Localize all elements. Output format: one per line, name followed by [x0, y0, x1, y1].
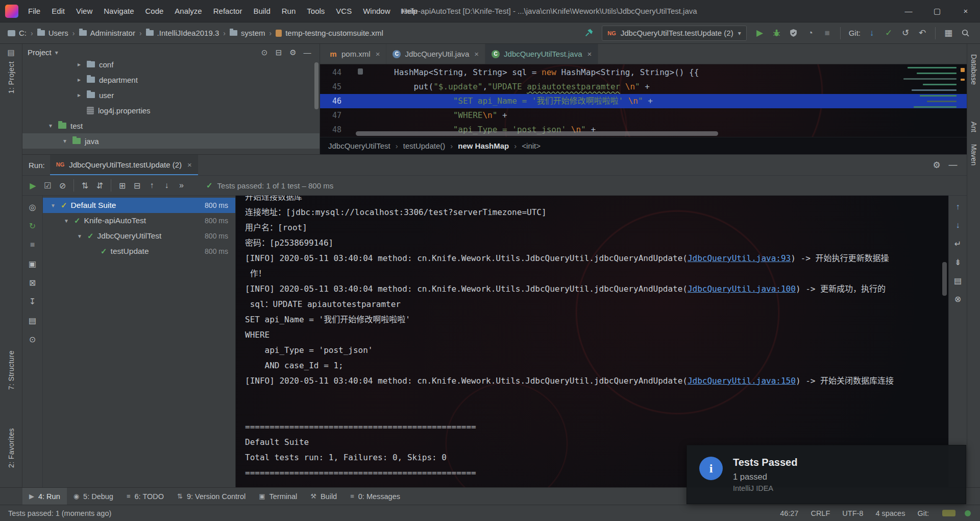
run-settings-icon[interactable]: ⚙	[929, 157, 944, 173]
breadcrumb-item[interactable]: Administrator	[78, 28, 137, 38]
test-tree-node[interactable]: ▼✓JdbcQueryUtilTest800 ms	[43, 228, 235, 244]
menu-tools[interactable]: Tools	[301, 0, 330, 22]
scroll-to-end-icon[interactable]: ⇟	[951, 256, 965, 268]
chevron-collapsed-icon[interactable]: ▸	[76, 76, 83, 83]
editor-horizontal-scrollbar[interactable]	[356, 131, 718, 136]
maximize-button[interactable]: ▢	[923, 0, 951, 22]
notification-body[interactable]: 1 passed	[733, 472, 797, 482]
stripe-favorites[interactable]: 2: Favorites	[7, 428, 15, 468]
menu-vcs[interactable]: VCS	[330, 0, 357, 22]
menu-edit[interactable]: Edit	[46, 0, 70, 22]
project-item[interactable]: ▸department	[22, 72, 320, 87]
close-icon[interactable]: ×	[187, 160, 192, 169]
run-config-select[interactable]: NGJdbcQueryUtilTest.testUpdate (2)▾	[602, 26, 746, 41]
git-branch-indicator[interactable]	[942, 510, 955, 516]
pin-tab-icon[interactable]: ⊙	[26, 333, 39, 345]
console-link[interactable]: JdbcQueryUtil.java:150	[688, 376, 796, 386]
close-icon[interactable]: ×	[376, 50, 380, 58]
soft-wrap-icon[interactable]: ↵	[951, 238, 965, 250]
project-scrollbar[interactable]	[314, 62, 318, 109]
chevron-expanded-icon[interactable]: ▼	[49, 203, 57, 208]
editor-tab[interactable]: CJdbcQueryUtilTest.java×	[485, 44, 598, 64]
run-tab[interactable]: NGJdbcQueryUtilTest.testUpdate (2)×	[50, 155, 198, 175]
project-header-label[interactable]: Project	[28, 48, 52, 57]
editor-code[interactable]: 44 HashMap<String, String> sql = new Has…	[320, 64, 967, 137]
breadcrumb-item[interactable]: testUpdate()	[403, 141, 446, 150]
status-utf-8[interactable]: UTF-8	[842, 509, 863, 517]
toggle-auto-test-icon[interactable]: ⊘	[55, 178, 70, 193]
up-stack-trace-icon[interactable]: ↑	[951, 201, 965, 213]
status-4-spaces[interactable]: 4 spaces	[875, 509, 905, 517]
test-tree-node[interactable]: ✓testUpdate800 ms	[43, 244, 235, 259]
collapse-all-icon[interactable]: ⊟	[272, 46, 286, 59]
chevron-collapsed-icon[interactable]: ▸	[76, 91, 83, 99]
console-scrollbar[interactable]	[942, 262, 947, 296]
project-toolwindow-icon[interactable]: ▤	[7, 48, 14, 57]
editor-error-stripe[interactable]	[960, 64, 966, 137]
status-message[interactable]: Tests passed: 1 (moments ago)	[8, 509, 111, 517]
stop-process-icon[interactable]: ■	[26, 239, 39, 251]
stripe-structure[interactable]: 7: Structure	[7, 350, 15, 390]
editor-tab[interactable]: CJdbcQueryUtil.java×	[386, 44, 485, 64]
minimize-button[interactable]: —	[894, 0, 923, 22]
expand-all-icon[interactable]: ⊞	[115, 178, 130, 193]
chevron-expanded-icon[interactable]: ▼	[62, 218, 70, 224]
rerun-failed-icon[interactable]: ☑	[40, 178, 55, 193]
editor-tab[interactable]: mpom.xml×	[323, 44, 386, 64]
run-button[interactable]: ▶	[752, 26, 768, 41]
breadcrumb-item[interactable]: .IntelliJIdea2019.3	[144, 28, 221, 38]
git-update-button[interactable]: ↓	[864, 26, 879, 41]
rerun-tests-icon[interactable]: ▶	[26, 178, 40, 193]
status-git-[interactable]: Git:	[917, 509, 929, 517]
git-rollback-button[interactable]: ↶	[915, 26, 930, 41]
restore-layout-icon[interactable]: ▤	[26, 314, 39, 326]
breadcrumb-item[interactable]: temp-testng-customsuite.xml	[274, 28, 385, 38]
chevron-down-icon[interactable]: ▾	[55, 49, 58, 56]
status-46-27[interactable]: 46:27	[780, 509, 798, 517]
project-item[interactable]: log4j.properties	[22, 103, 320, 118]
test-history-icon[interactable]: ▣	[26, 257, 39, 270]
toolwindow-button-debug[interactable]: ◉5: Debug	[67, 488, 120, 505]
print-icon[interactable]: ▤	[951, 274, 965, 287]
toolwindow-button-vcs[interactable]: ⇅9: Version Control	[170, 488, 252, 505]
menu-view[interactable]: View	[70, 0, 98, 22]
toolwindow-button-todo[interactable]: ≡6: TODO	[120, 488, 170, 505]
project-options-icon[interactable]: ⚙	[286, 46, 300, 59]
console-output[interactable]: 开始连接数据库连接地址：[jdbc:mysql://localhost:3306…	[236, 196, 948, 487]
notification-toast[interactable]: i Tests Passed 1 passed IntelliJ IDEA	[687, 445, 966, 504]
hide-run-panel-icon[interactable]: —	[945, 157, 961, 173]
stop-button[interactable]: ■	[820, 26, 835, 41]
toolwindow-button-terminal[interactable]: ▣Terminal	[252, 488, 304, 505]
test-tree-node[interactable]: ▼✓Knife-apiAutoTest800 ms	[43, 213, 235, 228]
stripe-project[interactable]: 1: Project	[7, 61, 15, 93]
more-actions-icon[interactable]: »	[174, 178, 189, 193]
breadcrumb-item[interactable]: new HashMap	[458, 141, 509, 150]
chevron-expanded-icon[interactable]: ▾	[61, 137, 68, 145]
console-link[interactable]: JdbcQueryUtil.java:93	[688, 253, 791, 263]
git-history-button[interactable]: ↺	[898, 26, 913, 41]
import-test-results-icon[interactable]: ↧	[26, 295, 39, 307]
menu-analyze[interactable]: Analyze	[169, 0, 207, 22]
menu-navigate[interactable]: Navigate	[98, 0, 139, 22]
debug-button[interactable]	[769, 26, 785, 41]
close-icon[interactable]: ×	[474, 50, 479, 58]
project-item[interactable]: ▾test	[22, 118, 320, 133]
close-icon[interactable]: ×	[587, 50, 592, 58]
toolwindow-button-run[interactable]: ▶4: Run	[22, 488, 67, 505]
stripe-database[interactable]: Database	[970, 54, 978, 85]
build-hammer-icon[interactable]	[581, 26, 596, 41]
filter-tests-icon[interactable]: ◎	[26, 201, 39, 213]
breadcrumb-item[interactable]: C:	[6, 28, 28, 38]
project-item[interactable]: ▸user	[22, 87, 320, 103]
chevron-expanded-icon[interactable]: ▼	[76, 233, 84, 239]
gutter-marker-icon[interactable]	[358, 68, 363, 75]
stripe-maven[interactable]: Maven	[970, 144, 978, 165]
menu-file[interactable]: File	[22, 0, 46, 22]
hide-project-panel-icon[interactable]: —	[300, 46, 314, 59]
menu-window[interactable]: Window	[357, 0, 396, 22]
rerun-failed-tests-icon[interactable]: ↻	[26, 220, 39, 232]
breadcrumb-item[interactable]: Users	[36, 28, 70, 38]
kill-process-icon[interactable]: ⊠	[26, 276, 39, 289]
coverage-button[interactable]	[786, 26, 801, 41]
breadcrumb-item[interactable]: JdbcQueryUtilTest	[328, 141, 390, 150]
